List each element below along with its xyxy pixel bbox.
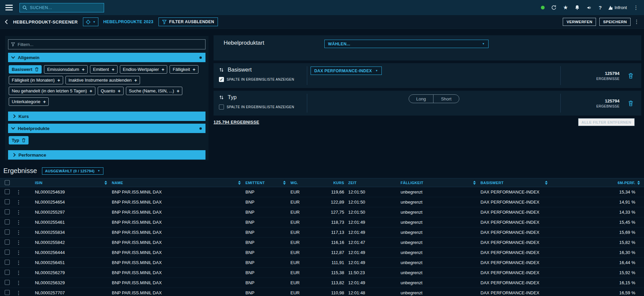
row-checkbox[interactable]: [5, 240, 10, 245]
col-wg[interactable]: WG.: [290, 181, 321, 185]
row-menu-icon[interactable]: ⋮: [15, 290, 35, 296]
col-kurs[interactable]: KURS: [321, 181, 344, 185]
filter-chip[interactable]: Emittent+: [90, 65, 118, 74]
bell-icon[interactable]: [574, 5, 580, 10]
filter-toggle-button[interactable]: FILTER AUSBLENDEN: [158, 17, 218, 26]
trash-icon[interactable]: [628, 100, 633, 106]
hebelproduktart-select[interactable]: WÄHLEN... ▼: [324, 40, 489, 48]
row-menu-icon[interactable]: ⋮: [15, 229, 35, 236]
row-checkbox[interactable]: [5, 260, 10, 265]
row-menu-icon[interactable]: ⋮: [15, 219, 35, 225]
filter-toggle-label: FILTER AUSBLENDEN: [169, 19, 214, 24]
sidebar-filter-input[interactable]: [18, 42, 202, 47]
row-menu-icon[interactable]: ⋮: [15, 260, 35, 266]
section-allgemein[interactable]: Allgemein: [8, 53, 205, 62]
row-checkbox[interactable]: [5, 209, 10, 214]
select-all-checkbox[interactable]: [5, 180, 10, 185]
help-icon[interactable]: ?: [599, 5, 602, 10]
row-checkbox[interactable]: [5, 270, 10, 275]
toggle-long[interactable]: Long: [409, 95, 433, 103]
table-row[interactable]: ⋮ NL0000255461 BNP PAR.ISS.MINIL DAX BNP…: [0, 217, 644, 227]
show-column-checkbox[interactable]: ✓: [219, 77, 224, 82]
cell-isin: NL0000256329: [35, 280, 112, 285]
col-6m-perf[interactable]: 6M-PERF.: [552, 181, 644, 185]
search-icon: [22, 5, 27, 10]
table-row[interactable]: ⋮ NL0000256329 BNP PAR.ISS.MINIL DAX BNP…: [0, 278, 644, 288]
filter-chip[interactable]: Endlos-Wertpapier+: [120, 65, 168, 74]
discard-button[interactable]: VERWERFEN: [563, 18, 596, 26]
row-checkbox[interactable]: [5, 280, 10, 285]
cell-perf: 15,45 %: [552, 220, 644, 225]
section-kurs[interactable]: Kurs: [8, 112, 205, 121]
chip-label: Fälligkeit: [173, 67, 190, 72]
col-zeit[interactable]: ZEIT: [344, 181, 401, 185]
save-button[interactable]: SPEICHERN: [599, 18, 631, 26]
megaphone-icon[interactable]: [586, 5, 592, 10]
total-results-link[interactable]: 125.794 ERGEBNISSE: [214, 120, 259, 125]
table-row[interactable]: ⋮ NL0000257707 BNP PAR.ISS.MINIL DAX BNP…: [0, 288, 644, 296]
row-checkbox[interactable]: [5, 189, 10, 194]
row-checkbox[interactable]: [5, 290, 10, 295]
table-row[interactable]: ⋮ NL0000256444 BNP PAR.ISS.MINIL DAX BNP…: [0, 248, 644, 258]
col-emittent[interactable]: EMITTENT: [245, 181, 290, 185]
table-row[interactable]: ⋮ NL0000255842 BNP PAR.ISS.MINIL DAX BNP…: [0, 238, 644, 248]
table-row[interactable]: ⋮ NL0000256279 BNP PAR.ISS.MINIL DAX BNP…: [0, 268, 644, 278]
saved-screen-link[interactable]: HEBELPRODUKTE 2023: [103, 19, 153, 24]
selected-dropdown[interactable]: AUSGEWÄHLT (0 / 125794) ▼: [42, 167, 103, 175]
toggle-short[interactable]: Short: [433, 95, 459, 103]
row-menu-icon[interactable]: ⋮: [15, 280, 35, 286]
filter-chip-typ[interactable]: Typ: [9, 136, 29, 144]
overflow-menu-icon[interactable]: ⋮: [633, 5, 639, 10]
row-menu-icon[interactable]: ⋮: [15, 189, 35, 195]
table-row[interactable]: ⋮ NL0000255297 BNP PAR.ISS.MINIL DAX BNP…: [0, 207, 644, 217]
trash-icon[interactable]: [22, 138, 26, 142]
filter-chip[interactable]: Fälligkeit+: [170, 65, 198, 74]
row-checkbox[interactable]: [5, 229, 10, 235]
filter-chip[interactable]: Fälligkeit (in Monaten)+: [9, 76, 63, 84]
reorder-icon[interactable]: [219, 68, 224, 72]
row-menu-icon[interactable]: ⋮: [15, 270, 35, 276]
section-performance[interactable]: Performance: [8, 150, 205, 160]
row-menu-icon[interactable]: ⋮: [15, 209, 35, 215]
back-icon[interactable]: [5, 19, 8, 25]
cell-emittent: BNP: [245, 280, 290, 285]
trash-icon[interactable]: [628, 73, 633, 79]
col-isin[interactable]: ISIN: [35, 181, 112, 185]
col-faelligkeit[interactable]: FÄLLIGKEIT: [401, 181, 480, 185]
basiswert-filter-card: Basiswert ✓ SPALTE IN ERGEBNISLISTE ANZE…: [214, 63, 641, 88]
row-checkbox[interactable]: [5, 199, 10, 204]
sidebar-filter-box[interactable]: [8, 39, 205, 49]
col-name[interactable]: NAME: [112, 181, 245, 185]
filter-chip[interactable]: Unterkategorie+: [9, 97, 49, 106]
section-hebelprodukte[interactable]: Hebelprodukte: [8, 124, 205, 133]
hamburger-menu-icon[interactable]: [5, 5, 13, 10]
row-menu-icon[interactable]: ⋮: [15, 250, 35, 256]
filter-chip[interactable]: Inaktive Instrumente ausblenden+: [65, 76, 140, 84]
trash-icon[interactable]: [35, 67, 39, 72]
filter-chip-basiswert[interactable]: Basiswert: [9, 65, 42, 74]
clear-all-filters-button[interactable]: ALLE FILTER ENTFERNEN: [578, 118, 635, 126]
row-menu-icon[interactable]: ⋮: [15, 199, 35, 205]
star-icon[interactable]: ★: [563, 4, 568, 11]
filter-chip[interactable]: Suche (Name, ISIN, ...)+: [126, 87, 183, 95]
filter-chip[interactable]: Emissionsdatum+: [44, 65, 88, 74]
basiswert-select[interactable]: DAX PERFORMANCE-INDEX ▼: [311, 67, 382, 75]
filter-chip[interactable]: Neu gehandelt (in den letzten 5 Tagen)+: [9, 87, 95, 95]
sync-icon[interactable]: [551, 5, 557, 10]
reorder-icon[interactable]: [219, 95, 224, 100]
search-input[interactable]: [30, 5, 101, 10]
cell-faelligkeit: unbegrenzt: [401, 220, 480, 225]
table-row[interactable]: ⋮ NL0000254654 BNP PAR.ISS.MINIL DAX BNP…: [0, 197, 644, 207]
toolbar-overflow-icon[interactable]: ⋮: [634, 19, 639, 25]
table-row[interactable]: ⋮ NL0000254639 BNP PAR.ISS.MINIL DAX BNP…: [0, 187, 644, 197]
global-search[interactable]: [19, 3, 104, 12]
table-row[interactable]: ⋮ NL0000255834 BNP PAR.ISS.MINIL DAX BNP…: [0, 227, 644, 238]
row-menu-icon[interactable]: ⋮: [15, 240, 35, 246]
filter-chip[interactable]: Quanto+: [98, 87, 124, 95]
col-basiswert[interactable]: BASISWERT: [480, 181, 552, 185]
show-column-checkbox[interactable]: [219, 104, 224, 110]
row-checkbox[interactable]: [5, 250, 10, 255]
table-row[interactable]: ⋮ NL0000256451 BNP PAR.ISS.MINIL DAX BNP…: [0, 258, 644, 268]
row-checkbox[interactable]: [5, 219, 10, 224]
link-target-button[interactable]: ▼: [83, 17, 98, 26]
